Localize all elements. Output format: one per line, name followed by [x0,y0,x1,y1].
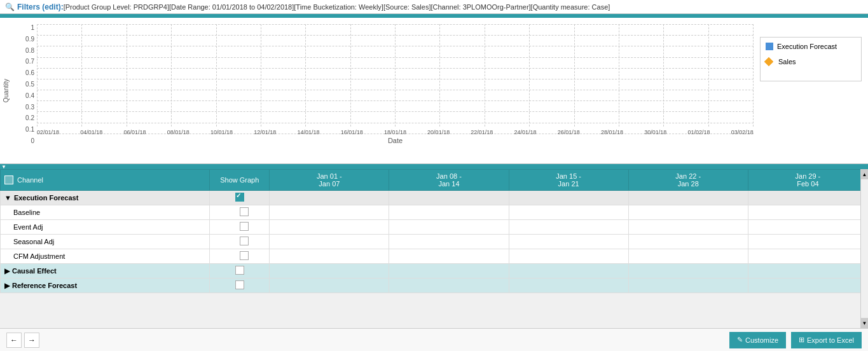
row-data-cell [748,205,867,220]
checkbox-unchecked[interactable] [240,222,249,231]
row-data-cell [509,249,628,264]
expand-icon[interactable]: ▼ [4,194,11,202]
footer-bar: ← → ✎ Customize ⊞ Export to Excel [0,328,868,351]
prev-button[interactable]: ← [6,333,22,348]
row-data-cell [270,264,389,279]
row-show-graph-seasonal-adj[interactable] [210,235,270,249]
table-row: Baseline [1,205,868,220]
row-data-cell [509,191,628,205]
footer-navigation: ← → [6,333,39,348]
date-col-header-3: Jan 15 - Jan 21 [509,170,628,191]
lower-section: Channel Show Graph Jan 01 - Jan 07 Jan 0… [0,169,868,351]
next-button[interactable]: → [24,333,39,348]
row-data-cell [389,264,509,279]
row-channel-baseline: Baseline [1,205,210,220]
row-data-cell [628,249,748,264]
row-data-cell [748,249,867,264]
row-label: Baseline [13,209,40,216]
x-label: 30/01/18 [644,129,666,135]
row-show-graph-reference-forecast[interactable] [210,279,270,293]
x-label: 10/01/18 [210,129,233,135]
date-col-header-2: Jan 08 - Jan 14 [389,170,509,191]
x-label: 12/01/18 [254,129,276,135]
x-label: 02/01/18 [37,129,59,135]
y-axis-values: 1 0.9 0.8 0.7 0.6 0.5 0.4 0.3 0.2 0.1 0 [11,18,37,163]
row-data-cell [270,235,389,249]
filter-bar: 🔍 Filters (edit): [Product Group Level: … [0,0,868,14]
row-data-cell [270,191,389,205]
x-label: 08/01/18 [167,129,189,135]
row-data-cell [389,249,509,264]
table-row: ▶ Causal Effect [1,264,868,279]
row-label: Causal Effect [12,267,57,275]
row-data-cell [509,235,628,249]
channel-header-checkbox[interactable] [4,176,13,184]
row-data-cell [628,235,748,249]
split-bar[interactable]: ▼ [0,164,868,169]
row-data-cell [389,191,509,205]
date-col-header-1: Jan 01 - Jan 07 [270,170,389,191]
filter-icon: 🔍 [5,3,15,11]
row-data-cell [628,191,748,205]
x-label: 22/01/18 [471,129,493,135]
row-channel-causal-effect: ▶ Causal Effect [1,264,210,279]
export-button[interactable]: ⊞ Export to Excel [791,332,862,348]
row-data-cell [270,279,389,293]
scroll-down-arrow[interactable]: ▼ [861,318,869,328]
row-data-cell [270,220,389,235]
checkbox-unchecked[interactable] [240,237,249,245]
show-graph-header: Show Graph [210,170,270,191]
checkbox-unchecked[interactable] [235,280,244,289]
row-data-cell [389,279,509,293]
expand-icon[interactable]: ▶ [4,267,10,275]
date-col-header-5: Jan 29 - Feb 04 [748,170,867,191]
customize-icon: ✎ [737,336,743,344]
row-data-cell [509,264,628,279]
execution-forecast-legend-icon [766,43,773,50]
scroll-up-arrow[interactable]: ▲ [861,169,869,179]
checkbox-unchecked[interactable] [235,266,244,275]
row-show-graph-baseline[interactable] [210,205,270,220]
row-data-cell [509,205,628,220]
row-data-cell [628,220,748,235]
row-show-graph-event-adj[interactable] [210,220,270,235]
x-label: 20/01/18 [427,129,450,135]
channel-header: Channel [1,170,210,191]
sales-legend-icon [764,57,773,66]
row-label: Event Adj [13,223,43,231]
row-show-graph-execution-forecast[interactable] [210,191,270,205]
row-data-cell [748,235,867,249]
y-axis-label: Quantity [3,79,10,102]
row-show-graph-causal-effect[interactable] [210,264,270,279]
table-wrapper: Channel Show Graph Jan 01 - Jan 07 Jan 0… [0,169,868,351]
x-label: 28/01/18 [601,129,623,135]
checkbox-unchecked[interactable] [240,251,249,260]
table-row: Seasonal Adj [1,235,868,249]
table-row: Event Adj [1,220,868,235]
row-data-cell [389,235,509,249]
row-channel-event-adj: Event Adj [1,220,210,235]
chart-plot-area: 02/01/18 04/01/18 06/01/18 08/01/18 10/0… [37,18,754,163]
row-data-cell [509,279,628,293]
customize-button[interactable]: ✎ Customize [729,332,786,348]
data-table: Channel Show Graph Jan 01 - Jan 07 Jan 0… [0,169,868,293]
checkbox-checked[interactable] [235,193,244,202]
x-label: 24/01/18 [514,129,537,135]
x-axis-title: Date [388,137,403,144]
row-data-cell [389,205,509,220]
row-label: Seasonal Adj [13,238,54,245]
row-show-graph-cfm-adjustment[interactable] [210,249,270,264]
prev-icon: ← [10,336,18,345]
customize-label: Customize [745,336,778,344]
vertical-scrollbar[interactable]: ▲ ▼ [860,169,868,328]
expand-icon[interactable]: ▶ [4,282,10,290]
export-label: Export to Excel [807,336,854,344]
row-data-cell [748,264,867,279]
chart-section: Quantity 1 0.9 0.8 0.7 0.6 0.5 0.4 0.3 0… [0,18,868,164]
checkbox-unchecked[interactable] [240,207,249,216]
filter-edit-link[interactable]: Filters (edit): [17,3,64,11]
next-icon: → [28,336,36,345]
table-row: CFM Adjustment [1,249,868,264]
legend-item-sales: Sales [766,58,856,65]
export-icon: ⊞ [799,336,804,344]
